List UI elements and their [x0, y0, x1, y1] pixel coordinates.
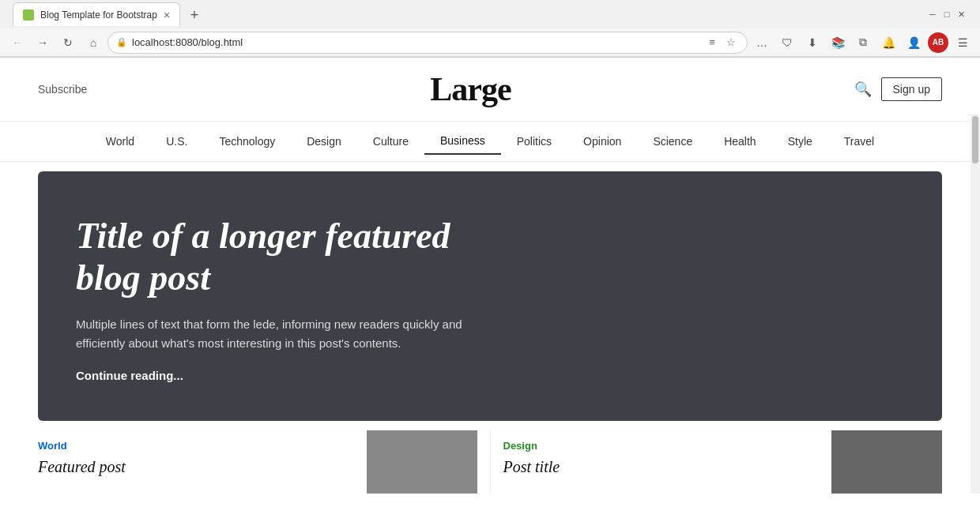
- browser-chrome: Blog Template for Bootstrap × + ─ □ ✕ ← …: [0, 0, 980, 58]
- nav-item-technology[interactable]: Technology: [203, 129, 291, 154]
- lock-icon: 🔒: [116, 37, 127, 47]
- split-view-button[interactable]: ⧉: [852, 32, 874, 54]
- toolbar-right: … 🛡 ⬇ 📚 ⧉ 🔔 👤 AB ☰: [751, 32, 974, 54]
- home-button[interactable]: ⌂: [82, 32, 104, 54]
- tab-title: Blog Template for Bootstrap: [40, 9, 157, 21]
- tabs-bar: Blog Template for Bootstrap × +: [6, 2, 205, 26]
- forward-button[interactable]: →: [32, 32, 54, 54]
- featured-title: Title of a longer featured blog post: [76, 216, 455, 299]
- minimize-button[interactable]: ─: [926, 8, 939, 21]
- shield-icon-button[interactable]: 🛡: [776, 32, 798, 54]
- download-button[interactable]: ⬇: [801, 32, 824, 54]
- page-content: Subscribe Large 🔍 Sign up World U.S. Tec…: [0, 58, 980, 494]
- nav-item-us[interactable]: U.S.: [150, 129, 203, 154]
- close-window-button[interactable]: ✕: [955, 8, 967, 21]
- card-design: Design Post title: [503, 430, 943, 494]
- notifications-button[interactable]: 🔔: [877, 32, 899, 54]
- nav-item-style[interactable]: Style: [772, 129, 828, 154]
- card-design-content: Design Post title: [503, 430, 823, 494]
- adblock-button[interactable]: AB: [928, 32, 948, 53]
- bookmark-icon[interactable]: ☆: [723, 35, 739, 51]
- card-world: World Featured post: [38, 430, 477, 494]
- nav-item-design[interactable]: Design: [291, 129, 357, 154]
- card-design-image: [831, 430, 942, 494]
- featured-hero: Title of a longer featured blog post Mul…: [38, 171, 942, 421]
- browser-toolbar: ← → ↻ ⌂ 🔒 localhost:8080/blog.html ≡ ☆ ……: [0, 28, 980, 57]
- tab-favicon: [23, 9, 34, 21]
- subscribe-link[interactable]: Subscribe: [38, 83, 87, 96]
- menu-button[interactable]: ☰: [952, 32, 974, 54]
- scrollbar[interactable]: [971, 114, 980, 494]
- signup-button[interactable]: Sign up: [881, 77, 942, 101]
- nav-item-science[interactable]: Science: [637, 129, 708, 154]
- maximize-button[interactable]: □: [940, 8, 953, 21]
- active-tab[interactable]: Blog Template for Bootstrap ×: [13, 2, 180, 26]
- address-icons: ≡ ☆: [704, 35, 739, 51]
- tab-close-button[interactable]: ×: [164, 9, 170, 21]
- card-world-image: [367, 430, 477, 494]
- nav-item-opinion[interactable]: Opinion: [567, 129, 637, 154]
- card-world-content: World Featured post: [38, 430, 357, 494]
- nav-item-health[interactable]: Health: [708, 129, 771, 154]
- new-tab-button[interactable]: +: [183, 4, 205, 26]
- refresh-button[interactable]: ↻: [57, 32, 79, 54]
- nav-item-world[interactable]: World: [90, 129, 150, 154]
- back-button[interactable]: ←: [6, 32, 28, 54]
- library-button[interactable]: 📚: [827, 32, 849, 54]
- nav-item-travel[interactable]: Travel: [828, 129, 890, 154]
- bottom-cards: World Featured post Design Post title: [0, 430, 980, 494]
- card-world-title[interactable]: Featured post: [38, 456, 357, 477]
- more-button[interactable]: …: [751, 32, 773, 54]
- card-world-category: World: [38, 440, 357, 452]
- address-text: localhost:8080/blog.html: [132, 36, 699, 48]
- address-bar[interactable]: 🔒 localhost:8080/blog.html ≡ ☆: [107, 32, 748, 54]
- reader-mode-icon[interactable]: ≡: [704, 35, 720, 51]
- profile-button[interactable]: 👤: [903, 32, 925, 54]
- card-design-category: Design: [503, 440, 823, 452]
- card-divider: [490, 430, 491, 494]
- card-design-title[interactable]: Post title: [503, 456, 823, 477]
- title-bar: Blog Template for Bootstrap × + ─ □ ✕: [0, 0, 980, 28]
- nav-item-politics[interactable]: Politics: [501, 129, 567, 154]
- blog-header: Subscribe Large 🔍 Sign up: [0, 58, 980, 122]
- search-icon[interactable]: 🔍: [854, 81, 872, 98]
- featured-description: Multiple lines of text that form the led…: [76, 315, 471, 353]
- continue-reading-link[interactable]: Continue reading...: [76, 369, 183, 382]
- scrollbar-thumb[interactable]: [972, 116, 978, 163]
- nav-item-business[interactable]: Business: [424, 128, 501, 155]
- nav-item-culture[interactable]: Culture: [357, 129, 424, 154]
- header-right: 🔍 Sign up: [854, 77, 942, 101]
- blog-nav: World U.S. Technology Design Culture Bus…: [0, 122, 980, 162]
- blog-brand: Large: [430, 70, 511, 108]
